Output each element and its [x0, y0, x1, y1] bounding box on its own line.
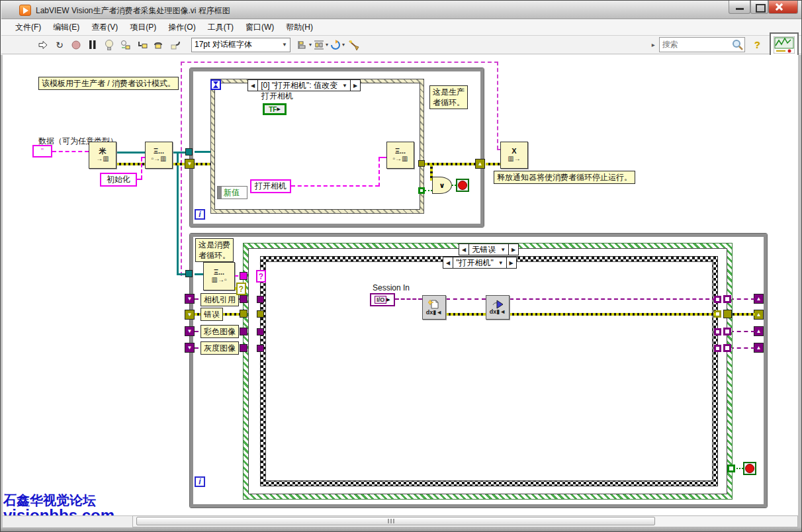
open-camera-string-constant[interactable]: 打开相机 [250, 179, 291, 193]
error-case-label[interactable]: 无错误 [469, 244, 498, 255]
color-image-shift-register-left[interactable]: ▼ [185, 326, 195, 336]
abort-button[interactable] [69, 38, 83, 52]
producer-note[interactable]: 这是生产 者循环。 [429, 85, 468, 109]
case-dropdown-icon[interactable]: ▼ [498, 244, 508, 255]
menu-help[interactable]: 帮助(H) [280, 20, 319, 35]
event-case-label[interactable]: [0] "打开相机": 值改变 [258, 80, 340, 91]
notifier-tunnel[interactable] [185, 148, 193, 155]
camera-case-selector[interactable]: ? [256, 270, 266, 283]
event-dropdown-icon[interactable]: ▼ [340, 80, 350, 91]
open-camera-control-label[interactable]: 打开相机 [261, 91, 293, 102]
session-io-constant[interactable]: I/O ▶ [370, 293, 395, 306]
error-shift-register-left[interactable]: ▼ [185, 310, 195, 320]
error-tunnel[interactable] [240, 310, 247, 318]
toolbar-overflow-button[interactable]: ▸ [652, 41, 655, 48]
wire-label-error[interactable]: 错误 [200, 308, 223, 321]
horizontal-scrollbar-thumb[interactable] [136, 517, 655, 525]
camera-case-label[interactable]: "打开相机" [453, 257, 496, 268]
font-selector[interactable]: 17pt 对话框字体 ▼ [191, 38, 290, 52]
pause-button[interactable] [85, 38, 100, 52]
highlight-execution-button[interactable] [102, 38, 116, 52]
event-timeout-terminal[interactable] [210, 79, 221, 90]
menu-tools[interactable]: 工具(T) [202, 20, 240, 35]
retain-wire-values-button[interactable] [118, 38, 133, 52]
gray-image-shift-register-left[interactable]: ▼ [185, 343, 195, 353]
camera-ref-tunnel[interactable] [257, 296, 264, 303]
stop-boolean-tunnel[interactable] [727, 465, 735, 472]
menu-view[interactable]: 查看(V) [85, 20, 124, 35]
event-data-node-newval[interactable]: 新值 [217, 186, 247, 199]
step-out-button[interactable] [168, 38, 183, 52]
wait-on-notification-node[interactable]: Ξ... ▥→▫ [203, 262, 235, 290]
menu-window[interactable]: 窗口(W) [240, 20, 280, 35]
consumer-note[interactable]: 这是消费 者循环。 [195, 238, 234, 262]
wire-label-camera-ref[interactable]: 相机引用 [200, 293, 239, 306]
event-prev-button[interactable]: ◀ [248, 80, 258, 91]
data-string-control[interactable]: '' [32, 145, 52, 157]
step-into-button[interactable] [135, 38, 150, 52]
error-tunnel[interactable] [418, 160, 425, 167]
producer-loop-stop-terminal[interactable] [456, 179, 469, 192]
color-image-tunnel[interactable] [240, 328, 247, 335]
run-continuous-button[interactable]: ↻ [52, 38, 67, 52]
color-image-tunnel-out[interactable] [723, 328, 731, 335]
camera-ref-tunnel[interactable] [240, 295, 247, 303]
menu-operate[interactable]: 操作(O) [162, 20, 201, 35]
gray-image-tunnel-out[interactable] [723, 344, 731, 352]
color-image-tunnel[interactable] [257, 328, 264, 335]
notifier-tunnel[interactable] [185, 270, 193, 277]
gray-image-shift-register-right[interactable]: ▲ [754, 343, 764, 353]
error-shift-register-right[interactable]: ▲ [754, 310, 764, 320]
release-notifier-node[interactable]: X ▥→ [500, 142, 528, 169]
minimize-button[interactable] [729, 1, 750, 14]
camera-ref-shift-register-right[interactable]: ▲ [754, 294, 764, 304]
color-image-tunnel-out[interactable] [714, 328, 721, 335]
close-button[interactable] [768, 1, 798, 14]
send-notification-node[interactable]: Ξ... ▫→▥ [145, 142, 173, 169]
init-string-constant[interactable]: 初始化 [100, 173, 137, 187]
menu-project[interactable]: 项目(P) [124, 20, 162, 35]
clean-up-diagram-button[interactable] [347, 38, 361, 52]
send-notification-node-event[interactable]: Ξ... ▫→▥ [386, 142, 414, 169]
error-tunnel[interactable] [257, 310, 264, 318]
release-note[interactable]: 释放通知器将使消费者循环停止运行。 [494, 171, 635, 184]
wire-label-gray-image[interactable]: 灰度图像 [200, 341, 239, 355]
error-shift-register-left[interactable]: ▼ [185, 159, 195, 169]
distribute-objects-button[interactable]: ▾ [314, 38, 328, 52]
menu-file[interactable]: 文件(F) [9, 20, 47, 35]
producer-iteration-terminal[interactable]: i [195, 209, 205, 220]
string-tunnel[interactable] [240, 272, 247, 280]
gray-image-tunnel-out[interactable] [714, 345, 721, 352]
case-next-button[interactable]: ▶ [508, 244, 518, 255]
vi-icon-thumbnail[interactable] [770, 32, 799, 58]
case-next-button[interactable]: ▶ [506, 257, 516, 268]
camera-case-structure[interactable] [260, 256, 718, 486]
open-camera-boolean-terminal[interactable]: TF ▶ [263, 103, 287, 115]
imaqdx-grab-node[interactable]: dx▮◄ [486, 295, 510, 320]
consumer-loop-stop-terminal[interactable] [743, 462, 756, 475]
gray-image-tunnel[interactable] [240, 344, 247, 352]
error-shift-register-right[interactable]: ▲ [475, 159, 485, 169]
gray-image-tunnel[interactable] [257, 345, 264, 352]
event-next-button[interactable]: ▶ [350, 80, 360, 91]
title-bar[interactable]: LabVIEW Vision生产者消费者采集处理图像.vi 程序框图 [1, 1, 801, 19]
error-case-selector[interactable]: ? [236, 283, 246, 295]
boolean-tunnel[interactable] [418, 187, 425, 194]
reorder-objects-button[interactable]: ▾ [330, 38, 345, 52]
template-note[interactable]: 该模板用于生产者 / 消费者设计模式。 [38, 77, 179, 90]
align-objects-button[interactable]: ▾ [297, 38, 312, 52]
consumer-iteration-terminal[interactable]: i [195, 476, 205, 487]
search-input[interactable] [660, 38, 731, 51]
search-box[interactable] [659, 37, 745, 52]
step-over-button[interactable] [152, 38, 166, 52]
run-button[interactable] [36, 38, 50, 52]
menu-edit[interactable]: 编辑(E) [47, 20, 85, 35]
obtain-notifier-node[interactable]: 米 →▥ [89, 142, 116, 169]
camera-ref-shift-register-left[interactable]: ▼ [185, 294, 195, 304]
help-icon[interactable]: ? [754, 39, 760, 50]
color-image-shift-register-right[interactable]: ▲ [754, 326, 764, 336]
case-dropdown-icon[interactable]: ▼ [496, 257, 506, 268]
wire-label-color-image[interactable]: 彩色图像 [200, 325, 239, 338]
imaqdx-open-camera-node[interactable]: dx▮◄ [422, 295, 446, 320]
camera-ref-tunnel-out[interactable] [723, 295, 731, 303]
